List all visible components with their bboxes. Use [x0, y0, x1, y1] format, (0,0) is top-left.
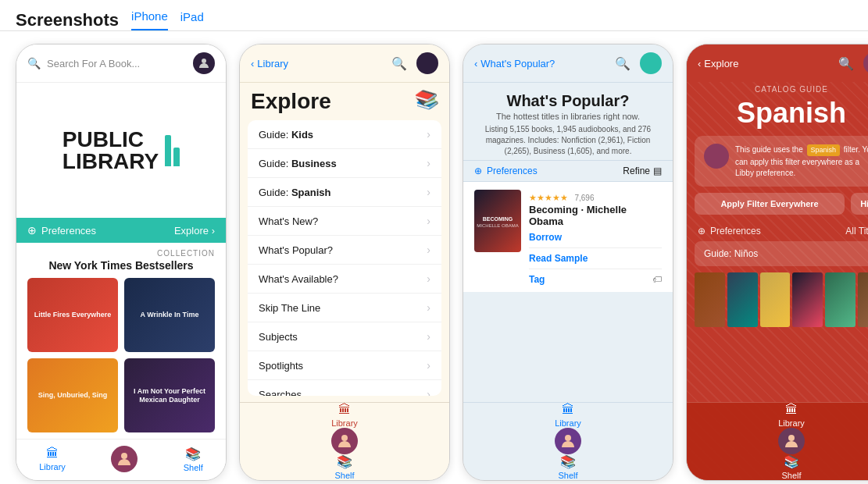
menu-item-business[interactable]: Guide: Business ›	[248, 149, 441, 178]
back-btn-4[interactable]: ‹ Explore	[698, 58, 738, 69]
prefs-circle-icon: ⊕	[27, 224, 37, 237]
tab-ipad[interactable]: iPad	[180, 10, 204, 30]
prefs-left-4[interactable]: ⊕ Preferences	[698, 226, 761, 237]
chevron-icon-spotlights: ›	[427, 359, 430, 372]
tag-btn-becoming[interactable]: Tag	[529, 274, 545, 285]
menu-item-searches[interactable]: Searches ›	[248, 380, 441, 396]
shelf-icon-2: 📚	[337, 454, 352, 469]
nav-shelf-1[interactable]: 📚 Shelf	[184, 447, 203, 472]
book-cover-4[interactable]: I Am Not Your Perfect Mexican Daughter	[124, 358, 215, 432]
avatar-4[interactable]	[863, 52, 868, 74]
menu-item-whats-new[interactable]: What's New? ›	[248, 207, 441, 236]
library-icon: 🏛	[46, 447, 59, 461]
chevron-icon-business: ›	[427, 157, 430, 169]
book-info-becoming: ★★★★★ 7,696 Becoming · Michelle Obama Bo…	[529, 190, 662, 285]
nav-shelf-2[interactable]: 📚 Shelf	[240, 454, 449, 480]
divider-2	[529, 269, 662, 269]
menu-item-spanish[interactable]: Guide: Spanish ›	[248, 178, 441, 207]
mini-cover-3[interactable]	[760, 272, 791, 327]
avatar-nav-2	[331, 428, 358, 454]
avatar-nav-3	[555, 428, 581, 454]
prefs-circle-icon-4: ⊕	[698, 226, 705, 237]
top-bar-3: ‹ What's Popular? 🔍	[463, 44, 673, 83]
back-btn-2[interactable]: ‹ Library	[251, 58, 288, 69]
library-logo-text: PUBLIC LIBRARY	[63, 129, 159, 173]
menu-item-available[interactable]: What's Available? ›	[248, 265, 441, 294]
menu-item-available-label: What's Available?	[259, 273, 427, 285]
menu-item-skip-line-label: Skip The Line	[259, 302, 427, 314]
library-icon-3: 🏛	[562, 403, 574, 417]
search-icon-3[interactable]: 🔍	[615, 56, 630, 71]
book-item-becoming: BECOMING MICHELLE OBAMA ★★★★★ 7,696 Beco…	[463, 182, 673, 292]
tag-row-becoming: Tag 🏷	[529, 274, 662, 285]
nav-shelf-4[interactable]: 📚 Shelf	[687, 454, 868, 480]
search-icon-2[interactable]: 🔍	[391, 56, 407, 71]
svg-point-4	[788, 435, 795, 441]
menu-item-spanish-label: Guide: Spanish	[259, 187, 427, 198]
guide-card: This guide uses the Spanish filter. You …	[695, 136, 868, 187]
stars-becoming: ★★★★★ 7,696	[529, 190, 662, 204]
nav-avatar-3[interactable]	[463, 428, 673, 454]
search-bar: 🔍 Search For A Book...	[16, 44, 226, 83]
mini-cover-1[interactable]	[695, 272, 725, 327]
menu-item-popular[interactable]: What's Popular? ›	[248, 236, 441, 265]
prefs-bar: ⊕ Preferences Explore ›	[16, 218, 226, 243]
mini-cover-4[interactable]	[792, 272, 823, 327]
book-cover-3[interactable]: Sing, Unburied, Sing	[27, 358, 118, 432]
prefs-left: ⊕ Preferences	[27, 224, 96, 237]
prefs-label[interactable]: Preferences	[41, 225, 96, 237]
avatar	[193, 52, 215, 74]
nav-library-2[interactable]: 🏛 Library	[240, 403, 449, 428]
books-grid: Little Fires Everywhere A Wrinkle In Tim…	[16, 278, 226, 439]
divider-1	[529, 247, 662, 248]
top-icons-2: 🔍	[391, 52, 438, 74]
prefs-left-3[interactable]: ⊕ Preferences	[474, 165, 538, 176]
chevron-icon-available: ›	[427, 272, 430, 285]
nav-avatar-2[interactable]	[240, 428, 449, 454]
tab-iphone[interactable]: iPhone	[131, 9, 168, 30]
book-thumb-becoming[interactable]: BECOMING MICHELLE OBAMA	[474, 190, 521, 252]
svg-point-1	[121, 453, 127, 459]
menu-item-skip-line[interactable]: Skip The Line ›	[248, 294, 441, 322]
avatar-2[interactable]	[416, 52, 438, 74]
book-cover-1[interactable]: Little Fires Everywhere	[27, 278, 118, 352]
refine-btn-3[interactable]: Refine ▤	[623, 165, 662, 176]
nav-library-4[interactable]: 🏛 Library	[687, 403, 868, 428]
borrow-btn-becoming[interactable]: Borrow	[529, 232, 662, 243]
mini-cover-5[interactable]	[825, 272, 855, 327]
mini-cover-2[interactable]	[727, 272, 758, 327]
nav-library-1[interactable]: 🏛 Library	[39, 447, 66, 472]
book-covers-row	[695, 272, 868, 327]
hide-btn[interactable]: Hide	[851, 193, 868, 215]
read-sample-btn-becoming[interactable]: Read Sample	[529, 253, 662, 264]
shelf-icon: 📚	[185, 447, 201, 461]
avatar-3[interactable]	[640, 52, 662, 74]
nav-shelf-label-4: Shelf	[781, 471, 801, 480]
ninos-row[interactable]: Guide: Niños ›	[695, 241, 868, 266]
explore-link[interactable]: Explore ›	[174, 225, 215, 237]
back-btn-3[interactable]: ‹ What's Popular?	[474, 58, 555, 69]
library-icon-4: 🏛	[785, 403, 798, 417]
menu-item-searches-label: Searches	[259, 389, 427, 397]
avatar-nav-1	[111, 446, 138, 472]
bottom-nav-1: 🏛 Library 📚 Shelf	[16, 439, 226, 480]
logo-line1: PUBLIC	[63, 129, 159, 151]
mini-cover-6[interactable]	[858, 272, 868, 327]
all-titles-btn[interactable]: All Titles ›	[845, 226, 868, 237]
back-chevron-icon-3: ‹	[474, 58, 477, 69]
menu-item-spotlights[interactable]: Spotlights ›	[248, 351, 441, 380]
book-cover-2[interactable]: A Wrinkle In Time	[124, 278, 215, 352]
svg-point-0	[202, 59, 206, 63]
nav-library-3[interactable]: 🏛 Library	[463, 403, 673, 428]
back-label-3: What's Popular?	[480, 58, 555, 69]
menu-item-kids[interactable]: Guide: Kids ›	[248, 120, 441, 149]
apply-filter-btn[interactable]: Apply Filter Everywhere	[695, 193, 845, 215]
menu-item-subjects[interactable]: Subjects ›	[248, 322, 441, 351]
search-icon-4[interactable]: 🔍	[838, 56, 854, 71]
nav-avatar-4[interactable]	[687, 428, 868, 454]
book-title-2: A Wrinkle In Time	[141, 311, 199, 319]
book-title-1: Little Fires Everywhere	[34, 311, 112, 319]
nav-avatar-1[interactable]	[111, 446, 138, 472]
nav-shelf-3[interactable]: 📚 Shelf	[463, 454, 673, 480]
library-logo: PUBLIC LIBRARY	[63, 129, 180, 173]
